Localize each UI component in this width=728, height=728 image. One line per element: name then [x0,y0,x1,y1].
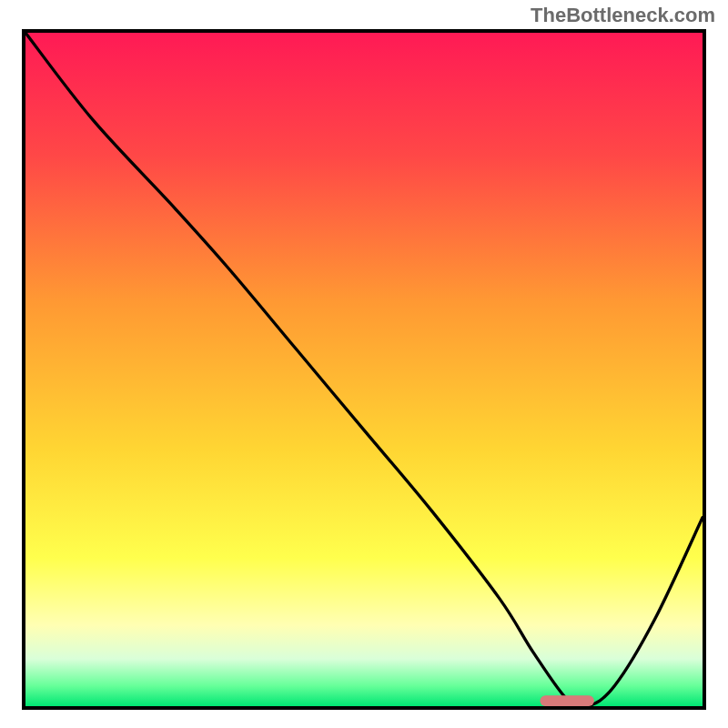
optimal-range-marker [540,695,594,706]
watermark-text: TheBottleneck.com [531,4,715,27]
bottleneck-curve-path [25,33,703,706]
chart-overlay-svg [25,33,703,706]
chart-plot-area [22,29,706,710]
